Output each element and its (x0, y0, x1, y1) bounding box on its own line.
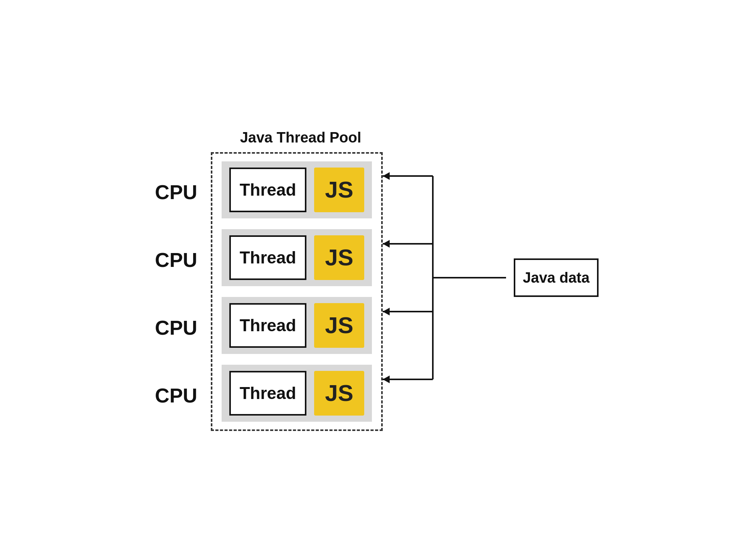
thread-label-3: Thread (240, 316, 296, 335)
cpu-column: CPU CPU CPU CPU (141, 136, 211, 424)
js-label-2: JS (325, 244, 353, 271)
right-section: Java data (383, 120, 599, 440)
js-label-1: JS (325, 176, 353, 203)
thread-label-4: Thread (240, 384, 296, 403)
thread-row-2: Thread JS (222, 229, 372, 286)
svg-marker-6 (383, 308, 390, 315)
thread-label-1: Thread (240, 180, 296, 200)
svg-marker-4 (383, 240, 390, 248)
thread-pool-wrapper: Java Thread Pool Thread JS Thread JS (211, 129, 383, 431)
js-box-4: JS (314, 371, 364, 416)
cpu-label-2: CPU (141, 248, 211, 272)
thread-row-4: Thread JS (222, 365, 372, 422)
svg-marker-2 (383, 172, 390, 180)
thread-pool-title: Java Thread Pool (211, 129, 383, 146)
js-box-1: JS (314, 168, 364, 212)
thread-row-3: Thread JS (222, 297, 372, 354)
cpu-row-2: CPU (141, 231, 211, 288)
arrows-svg (383, 148, 514, 440)
thread-box-3: Thread (229, 303, 306, 348)
cpu-label-3: CPU (141, 316, 211, 339)
diagram-container: CPU CPU CPU CPU Java Thread Pool Thread … (141, 120, 599, 440)
java-data-label: Java data (523, 270, 589, 286)
cpu-row-4: CPU (141, 367, 211, 424)
cpu-label-4: CPU (141, 384, 211, 407)
thread-box-2: Thread (229, 235, 306, 280)
js-label-4: JS (325, 380, 353, 406)
thread-pool-dashed-box: Thread JS Thread JS Thread JS (211, 152, 383, 431)
svg-marker-8 (383, 376, 390, 383)
thread-box-1: Thread (229, 168, 306, 212)
cpu-row-1: CPU (141, 164, 211, 221)
js-label-3: JS (325, 312, 353, 339)
thread-label-2: Thread (240, 248, 296, 267)
thread-box-4: Thread (229, 371, 306, 416)
js-box-2: JS (314, 235, 364, 280)
java-data-box: Java data (514, 258, 599, 297)
thread-row-1: Thread JS (222, 161, 372, 218)
js-box-3: JS (314, 303, 364, 348)
cpu-label-1: CPU (141, 181, 211, 204)
cpu-row-3: CPU (141, 299, 211, 356)
